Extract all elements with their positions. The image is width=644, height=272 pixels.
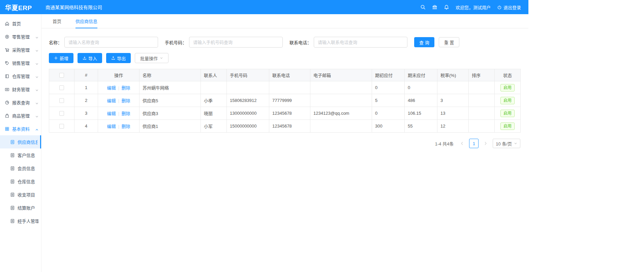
- import-button[interactable]: 导入: [78, 53, 102, 63]
- tab-home[interactable]: 首页: [53, 14, 61, 28]
- table-row: 2编辑删除供应商5小季158062839127777999954863启用: [49, 94, 521, 107]
- contact-cell: 晓丽: [201, 107, 227, 120]
- telephone-input[interactable]: [314, 37, 407, 48]
- delete-link[interactable]: 删除: [122, 124, 130, 129]
- mobile-cell: 15806283912: [227, 94, 269, 107]
- tax-cell: [437, 81, 469, 94]
- contact-cell: [201, 81, 227, 94]
- sidebar-subitem[interactable]: 经手人管理: [0, 214, 41, 227]
- add-button-label: 新增: [60, 55, 68, 61]
- bell-icon[interactable]: [444, 4, 449, 10]
- column-header: 税率(%): [437, 69, 469, 81]
- sidebar-subitem[interactable]: 会员信息: [0, 162, 41, 175]
- column-header: 排序: [469, 69, 495, 81]
- edit-link[interactable]: 编辑: [107, 124, 116, 129]
- sidebar-item-label: 采购管理: [12, 47, 35, 53]
- query-button[interactable]: 查 询: [414, 37, 434, 47]
- name-cell: 供应商5: [140, 94, 201, 107]
- delete-link[interactable]: 删除: [122, 98, 130, 103]
- sidebar-item[interactable]: 销售管理: [0, 56, 41, 70]
- sidebar-item-label: 财务管理: [12, 86, 35, 92]
- content-panel: 名称： 手机号码： 联系电话： 查 询 重 置: [41, 28, 528, 148]
- sidebar-item[interactable]: 仓库管理: [0, 70, 41, 83]
- export-button[interactable]: 导出: [106, 53, 131, 63]
- email-cell: [310, 94, 372, 107]
- mobile-label: 手机号码：: [165, 39, 187, 46]
- sidebar-subitem-label: 经手人管理: [18, 218, 38, 224]
- row-number-cell: 2: [74, 94, 98, 107]
- sidebar-item[interactable]: 基本资料: [0, 122, 41, 135]
- sidebar-item[interactable]: 报表查询: [0, 96, 41, 109]
- sidebar-subitem[interactable]: 结算账户: [0, 201, 41, 214]
- supplier-table: #操作名称联系人手机号码联系电话电子邮箱期初应付期末应付税率(%)排序状态 1编…: [49, 69, 521, 133]
- edit-link[interactable]: 编辑: [107, 85, 116, 90]
- row-checkbox[interactable]: [59, 98, 64, 103]
- chevron-down-icon: [35, 88, 38, 91]
- sidebar-item[interactable]: 零售管理: [0, 30, 41, 43]
- table-row: 3编辑删除供应商3晓丽13000000000123456781234123@qq…: [49, 107, 521, 120]
- name-input[interactable]: [64, 37, 158, 48]
- sidebar-item[interactable]: 财务管理: [0, 83, 41, 96]
- begin-cell: 300: [372, 120, 405, 133]
- mobile-cell: 15000000000: [227, 120, 269, 133]
- delete-link[interactable]: 删除: [122, 85, 130, 90]
- sidebar-item[interactable]: 商品管理: [0, 109, 41, 122]
- mobile-input[interactable]: [189, 37, 283, 48]
- contact-cell: 小军: [201, 120, 227, 133]
- chevron-down-icon: [35, 48, 38, 51]
- row-checkbox[interactable]: [59, 85, 64, 90]
- sidebar-subitem[interactable]: 仓库信息: [0, 175, 41, 188]
- edit-link[interactable]: 编辑: [107, 111, 116, 116]
- bank-icon[interactable]: [432, 4, 437, 10]
- sidebar-subitem-label: 仓库信息: [18, 178, 38, 185]
- doc-icon: [10, 140, 15, 144]
- warehouse-icon: [5, 74, 9, 79]
- logout-button[interactable]: 退出登录: [497, 4, 521, 10]
- status-badge: 启用: [500, 110, 515, 117]
- sidebar-subitem-label: 供应商信息: [18, 139, 37, 145]
- sidebar-subitem[interactable]: 收支项目: [0, 188, 41, 201]
- row-actions-cell: 编辑删除: [98, 107, 140, 120]
- import-icon: [83, 56, 87, 60]
- app-logo: 华夏ERP: [0, 3, 41, 12]
- sidebar-subitem[interactable]: 供应商信息: [0, 135, 41, 148]
- name-label: 名称：: [49, 39, 62, 46]
- status-badge: 启用: [500, 123, 515, 130]
- current-page[interactable]: 1: [469, 139, 479, 148]
- row-select-cell: [49, 81, 74, 94]
- email-cell: 1234123@qq.com: [310, 107, 372, 120]
- status-badge: 启用: [500, 84, 515, 91]
- edit-link[interactable]: 编辑: [107, 98, 116, 103]
- report-icon: [5, 100, 9, 105]
- column-header: 状态: [495, 69, 521, 81]
- next-page-button[interactable]: [481, 139, 490, 148]
- end-cell: 106.15: [405, 107, 437, 120]
- row-checkbox[interactable]: [59, 124, 64, 129]
- page-size-select[interactable]: 10 条/页: [493, 139, 520, 148]
- row-checkbox[interactable]: [59, 111, 64, 116]
- sidebar-subitem[interactable]: 客户信息: [0, 148, 41, 162]
- table-row: 4编辑删除供应商1小军15000000000123456783005512启用: [49, 120, 521, 133]
- sidebar-item[interactable]: 采购管理: [0, 43, 41, 56]
- column-header: 名称: [140, 69, 201, 81]
- sales-icon: [5, 61, 9, 65]
- row-number-cell: 1: [74, 81, 98, 94]
- erp-app: 华夏ERP 南通某某网络科技有限公司 欢迎您，测试用户 退出登录 首页零售管理采…: [0, 0, 528, 272]
- prev-page-button[interactable]: [458, 139, 466, 148]
- sidebar-item[interactable]: 首页: [0, 17, 41, 30]
- reset-button[interactable]: 重 置: [439, 37, 460, 47]
- column-header: 操作: [98, 69, 140, 81]
- status-cell: 启用: [495, 107, 521, 120]
- purchase-icon: [5, 48, 9, 52]
- tab-supplier-info[interactable]: 供应商信息: [75, 14, 97, 28]
- select-all-checkbox[interactable]: [59, 73, 64, 78]
- export-button-label: 导出: [117, 55, 126, 61]
- delete-link[interactable]: 删除: [122, 111, 130, 116]
- search-icon[interactable]: [420, 4, 426, 10]
- sidebar-subitem-label: 会员信息: [18, 165, 38, 171]
- add-button[interactable]: 新增: [49, 53, 73, 63]
- doc-icon: [10, 206, 15, 210]
- batch-operations-label: 批量操作: [140, 55, 158, 61]
- batch-operations-dropdown[interactable]: 批量操作: [135, 53, 168, 63]
- mobile-cell: [227, 81, 269, 94]
